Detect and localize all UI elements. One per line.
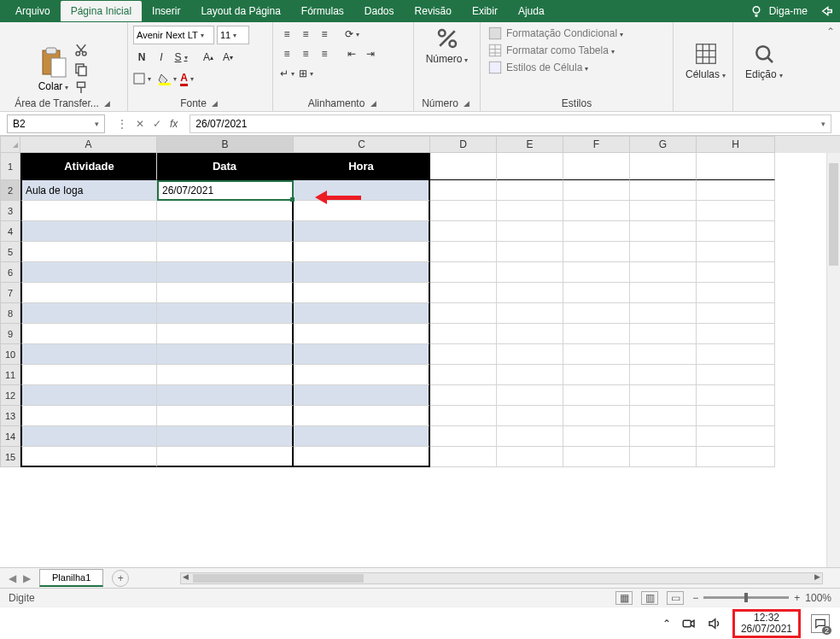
- decrease-font-icon[interactable]: A▾: [219, 49, 236, 66]
- font-size-combo[interactable]: 11: [217, 26, 249, 44]
- row-header[interactable]: 13: [0, 406, 20, 426]
- hscroll-thumb[interactable]: [193, 574, 364, 583]
- cell-styles-button[interactable]: Estilos de Célula: [487, 60, 588, 75]
- cell[interactable]: [20, 242, 157, 262]
- cell[interactable]: [430, 283, 497, 303]
- cell[interactable]: [563, 283, 630, 303]
- cell[interactable]: [630, 344, 697, 365]
- cell[interactable]: [20, 283, 157, 303]
- cell[interactable]: [294, 242, 430, 262]
- align-center-icon[interactable]: ≡: [297, 45, 314, 62]
- align-left-icon[interactable]: ≡: [278, 45, 295, 62]
- action-center-icon[interactable]: 2: [811, 614, 830, 633]
- copy-icon[interactable]: [73, 62, 89, 77]
- cell[interactable]: [430, 242, 497, 262]
- row-header[interactable]: 11: [0, 365, 20, 385]
- col-header-f[interactable]: F: [563, 136, 630, 153]
- cell[interactable]: [20, 447, 157, 467]
- cell[interactable]: [563, 426, 630, 447]
- cell[interactable]: [563, 201, 630, 221]
- cell[interactable]: [294, 283, 430, 303]
- cell[interactable]: [157, 242, 294, 262]
- cell[interactable]: [697, 385, 775, 406]
- cell[interactable]: [430, 426, 497, 447]
- col-header-b[interactable]: B: [157, 136, 294, 153]
- cell[interactable]: [157, 385, 294, 406]
- cell[interactable]: [697, 153, 775, 180]
- font-name-combo[interactable]: Avenir Next LT: [133, 26, 214, 44]
- cell[interactable]: [294, 426, 430, 447]
- merge-icon[interactable]: ⊞: [297, 65, 314, 82]
- formula-input[interactable]: 26/07/2021: [190, 114, 831, 133]
- collapse-ribbon-icon[interactable]: ⌃: [821, 22, 840, 111]
- cell[interactable]: [563, 365, 630, 385]
- row-header[interactable]: 3: [0, 201, 20, 221]
- cell[interactable]: [697, 406, 775, 426]
- cell[interactable]: [294, 180, 430, 201]
- cell[interactable]: [20, 344, 157, 365]
- cell[interactable]: [563, 221, 630, 242]
- cell[interactable]: [697, 283, 775, 303]
- cell[interactable]: [497, 283, 563, 303]
- cell[interactable]: [20, 201, 157, 221]
- cell[interactable]: [630, 324, 697, 344]
- row-header[interactable]: 4: [0, 221, 20, 242]
- cell[interactable]: [157, 201, 294, 221]
- cell[interactable]: [157, 447, 294, 467]
- cell[interactable]: [20, 303, 157, 324]
- wrap-text-icon[interactable]: ↵: [278, 65, 295, 82]
- cell[interactable]: [563, 406, 630, 426]
- cell[interactable]: [157, 344, 294, 365]
- cell[interactable]: [497, 344, 563, 365]
- accept-formula-icon[interactable]: ✓: [153, 118, 161, 130]
- cell[interactable]: [630, 406, 697, 426]
- cell[interactable]: [563, 303, 630, 324]
- col-header-c[interactable]: C: [294, 136, 430, 153]
- meet-now-icon[interactable]: [681, 616, 697, 631]
- cell[interactable]: [294, 262, 430, 283]
- col-header-h[interactable]: H: [697, 136, 775, 153]
- cell[interactable]: [563, 385, 630, 406]
- cell[interactable]: [157, 324, 294, 344]
- cell[interactable]: Atividade: [20, 153, 157, 180]
- zoom-slider[interactable]: [703, 596, 789, 599]
- cell[interactable]: [430, 385, 497, 406]
- cell[interactable]: [430, 201, 497, 221]
- cell[interactable]: [20, 221, 157, 242]
- cell[interactable]: [563, 180, 630, 201]
- cell[interactable]: [294, 201, 430, 221]
- vertical-scrollbar[interactable]: [826, 153, 840, 567]
- cell[interactable]: 26/07/2021: [157, 180, 294, 201]
- horizontal-scrollbar[interactable]: [180, 572, 823, 584]
- orientation-icon[interactable]: ⟳: [343, 26, 360, 43]
- tab-nav-first-icon[interactable]: ◀: [9, 572, 16, 584]
- cell[interactable]: [430, 447, 497, 467]
- page-layout-view-icon[interactable]: ▥: [641, 591, 658, 605]
- decrease-indent-icon[interactable]: ⇤: [343, 45, 360, 62]
- cell[interactable]: [497, 180, 563, 201]
- row-header[interactable]: 5: [0, 242, 20, 262]
- cell[interactable]: [630, 447, 697, 467]
- cell[interactable]: [630, 153, 697, 180]
- font-launcher-icon[interactable]: ◢: [210, 98, 220, 108]
- zoom-out-icon[interactable]: −: [692, 592, 698, 604]
- cell[interactable]: [497, 385, 563, 406]
- cell[interactable]: [630, 426, 697, 447]
- cell[interactable]: [497, 221, 563, 242]
- cell[interactable]: Data: [157, 153, 294, 180]
- cell[interactable]: [497, 153, 563, 180]
- cell[interactable]: [294, 324, 430, 344]
- cell[interactable]: [157, 221, 294, 242]
- align-right-icon[interactable]: ≡: [316, 45, 333, 62]
- system-clock[interactable]: 12:32 26/07/2021: [732, 609, 801, 638]
- align-bottom-icon[interactable]: ≡: [316, 26, 333, 43]
- number-launcher-icon[interactable]: ◢: [462, 98, 472, 108]
- tab-page-layout[interactable]: Layout da Página: [190, 1, 290, 21]
- cell[interactable]: [294, 406, 430, 426]
- tab-help[interactable]: Ajuda: [508, 1, 555, 21]
- bold-button[interactable]: N: [133, 49, 150, 66]
- cell[interactable]: [294, 221, 430, 242]
- borders-button[interactable]: [133, 70, 150, 87]
- cell[interactable]: [697, 242, 775, 262]
- increase-indent-icon[interactable]: ⇥: [362, 45, 379, 62]
